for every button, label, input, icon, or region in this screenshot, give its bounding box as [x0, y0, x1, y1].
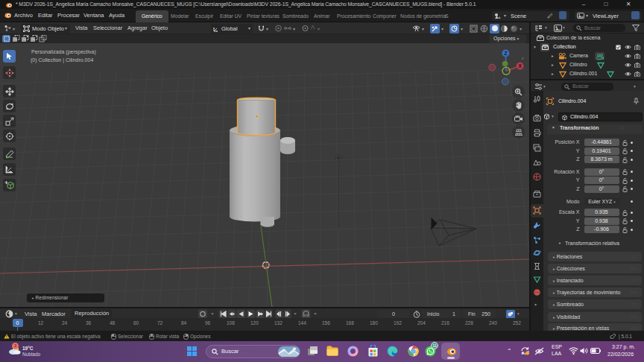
svg-text:Z: Z	[504, 51, 507, 56]
svg-text:X: X	[518, 63, 522, 69]
